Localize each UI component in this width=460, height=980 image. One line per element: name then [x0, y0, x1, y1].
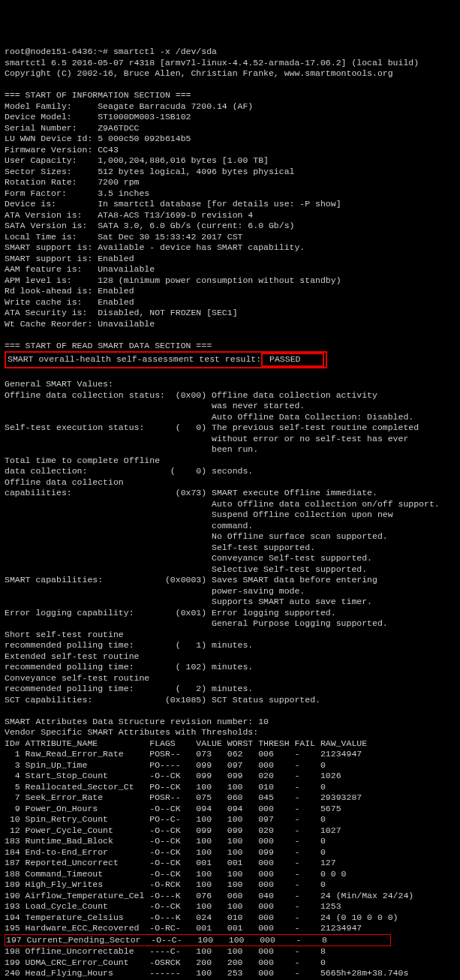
info-ata-security: ATA Security is: Disabled, NOT FROZEN [S…: [5, 308, 238, 317]
info-smart-support-available: SMART support is: Available - device has…: [5, 242, 305, 252]
attr-row: 189 High_Fly_Writes -O-RCK 100 100 000 -…: [5, 879, 326, 889]
terminal-prompt: root@node151-6436:~# smartctl -x /dev/sd…: [5, 47, 217, 56]
offline-status-1: Offline data collection status: (0x00) O…: [5, 390, 377, 400]
attr-row: 188 Command_Timeout -O--CK 100 100 000 -…: [5, 869, 346, 879]
info-sata-version: SATA Version is: SATA 3.0, 6.0 Gb/s (cur…: [5, 221, 294, 230]
error-logging-2: General Purpose Logging supported.: [5, 618, 388, 628]
info-ata-version: ATA Version is: ATA8-ACS T13/1699-D revi…: [5, 210, 253, 220]
capabilities-2: Auto Offline data collection on/off supp…: [5, 499, 440, 509]
info-rd-lookahead: Rd look-ahead is: Enabled: [5, 286, 134, 296]
attr-header-revision: SMART Attributes Data Structure revision…: [5, 717, 269, 726]
attr-row: 5 Reallocated_Sector_Ct PO--CK 100 100 0…: [5, 782, 326, 792]
attr-row: 195 Hardware_ECC_Recovered -O-RC- 001 00…: [5, 923, 362, 933]
offline-status-2: was never started.: [5, 401, 305, 410]
capabilities-4: command.: [5, 521, 253, 531]
info-wt-cache-reorder: Wt Cache Reorder: Unavailable: [5, 319, 155, 329]
attr-row: 10 Spin_Retry_Count PO--C- 100 100 097 -…: [5, 814, 326, 824]
info-lu-wwn: LU WWN Device Id: 5 000c50 092b614b5: [5, 134, 191, 143]
attr-row: 198 Offline_Uncorrectable ----C- 100 100…: [5, 946, 326, 956]
total-time-1: Total time to complete Offline: [5, 455, 160, 465]
info-form-factor: Form Factor: 3.5 inches: [5, 188, 149, 198]
short-selftest-2: recommended polling time: ( 1) minutes.: [5, 640, 253, 650]
capabilities-5: No Offline surface scan supported.: [5, 531, 388, 541]
attr-row: 190 Airflow_Temperature_Cel -O---K 076 0…: [5, 891, 413, 900]
sct-capabilities: SCT capabilities: (0x1085) SCT Status su…: [5, 695, 320, 705]
capabilities-7: Conveyance Self-test supported.: [5, 553, 372, 563]
attr-row: 184 End-to-End_Error -O--CK 100 100 099 …: [5, 847, 326, 857]
offline-status-3: Auto Offline Data Collection: Disabled.: [5, 412, 413, 422]
info-serial-number: Serial Number: Z9A6TDCC: [5, 123, 139, 133]
capabilities-1: capabilities: (0x73) SMART execute Offli…: [5, 488, 377, 498]
attr-row: 183 Runtime_Bad_Block -O--CK 100 100 000…: [5, 836, 326, 846]
attr-header-vendor: Vendor Specific SMART Attributes with Th…: [5, 727, 258, 737]
info-user-capacity: User Capacity: 1,000,204,886,016 bytes […: [5, 155, 269, 165]
general-smart-header: General SMART Values:: [5, 379, 113, 389]
section-header-smart-data: === START OF READ SMART DATA SECTION ===: [5, 341, 212, 350]
attr-row: 193 Load_Cycle_Count -O--CK 100 100 000 …: [5, 901, 341, 911]
version-line: smartctl 6.5 2016-05-07 r4318 [armv7l-li…: [5, 58, 419, 68]
capabilities-3: Suspend Offline collection upon new: [5, 510, 393, 519]
conveyance-selftest-2: recommended polling time: ( 2) minutes.: [5, 684, 253, 693]
copyright-line: Copyright (C) 2002-16, Bruce Allen, Chri…: [5, 68, 393, 78]
attr-row: 4 Start_Stop_Count -O--CK 099 099 020 - …: [5, 771, 341, 780]
extended-selftest-1: Extended self-test routine: [5, 651, 139, 661]
attr-row: 240 Head_Flying_Hours ------ 100 253 000…: [5, 968, 408, 978]
health-result-box: SMART overall-health self-assessment tes…: [5, 351, 327, 368]
smart-cap-2: power-saving mode.: [5, 586, 305, 596]
health-value: PASSED: [261, 353, 324, 367]
attr-row: 194 Temperature_Celsius -O---K 024 010 0…: [5, 912, 398, 922]
short-selftest-1: Short self-test routine: [5, 630, 124, 639]
attr-row: 12 Power_Cycle_Count -O--CK 099 099 020 …: [5, 825, 341, 835]
info-device-is: Device is: In smartctl database [for det…: [5, 199, 341, 209]
health-label: SMART overall-health self-assessment tes…: [8, 354, 261, 364]
info-smart-support-enabled: SMART support is: Enabled: [5, 254, 134, 263]
selftest-status-3: been run.: [5, 444, 258, 454]
attr-row: 9 Power_On_Hours -O--CK 094 094 000 - 56…: [5, 804, 341, 813]
info-apm: APM level is: 128 (minimum power consump…: [5, 275, 341, 285]
info-device-model: Device Model: ST1000DM003-1SB102: [5, 112, 191, 122]
attr-row: 187 Reported_Uncorrect -O--CK 001 001 00…: [5, 858, 336, 867]
attr-row: 7 Seek_Error_Rate POSR-- 075 060 045 - 2…: [5, 792, 362, 802]
selftest-status-2: without error or no self-test has ever: [5, 434, 408, 443]
attr-columns: ID# ATTRIBUTE_NAME FLAGS VALUE WORST THR…: [5, 738, 367, 748]
capabilities-8: Selective Self-test supported.: [5, 564, 367, 574]
section-header-info: === START OF INFORMATION SECTION ===: [5, 90, 191, 100]
smart-cap-1: SMART capabilities: (0x0003) Saves SMART…: [5, 575, 377, 585]
attr-row-current-pending-sector: 197 Current_Pending_Sector -O--C- 100 10…: [5, 934, 391, 947]
attr-row: 199 UDMA_CRC_Error_Count -OSRCK 200 200 …: [5, 957, 326, 967]
extended-selftest-2: recommended polling time: ( 102) minutes…: [5, 662, 253, 672]
smart-cap-3: Supports SMART auto save timer.: [5, 597, 372, 606]
info-rotation-rate: Rotation Rate: 7200 rpm: [5, 177, 139, 187]
attr-row: 3 Spin_Up_Time PO---- 099 097 000 - 0: [5, 760, 326, 770]
capabilities-0: Offline data collection: [5, 477, 124, 487]
info-local-time: Local Time is: Sat Dec 30 15:33:42 2017 …: [5, 232, 242, 242]
info-model-family: Model Family: Seagate Barracuda 7200.14 …: [5, 101, 253, 111]
selftest-status-1: Self-test execution status: ( 0) The pre…: [5, 422, 419, 432]
info-write-cache: Write cache is: Enabled: [5, 297, 134, 307]
capabilities-6: Self-test supported.: [5, 543, 315, 552]
conveyance-selftest-1: Conveyance self-test routine: [5, 673, 149, 683]
info-firmware: Firmware Version: CC43: [5, 145, 119, 155]
attr-row: 1 Raw_Read_Error_Rate POSR-- 073 062 006…: [5, 749, 362, 759]
total-time-2: data collection: ( 0) seconds.: [5, 466, 253, 476]
info-sector-sizes: Sector Sizes: 512 bytes logical, 4096 by…: [5, 167, 294, 176]
error-logging-1: Error logging capability: (0x01) Error l…: [5, 608, 336, 618]
info-aam: AAM feature is: Unavailable: [5, 264, 155, 274]
